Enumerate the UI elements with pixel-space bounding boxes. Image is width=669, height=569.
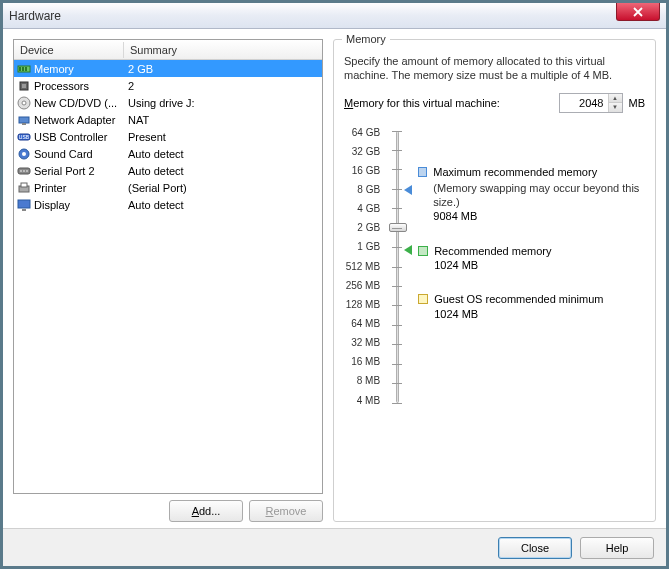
scale-tick-label: 16 GB — [344, 165, 380, 177]
display-icon — [16, 197, 32, 213]
memory-input[interactable] — [560, 97, 608, 109]
help-button[interactable]: Help — [580, 537, 654, 559]
scale-tick-label: 64 MB — [344, 318, 380, 330]
swatch-yellow-icon — [418, 294, 428, 304]
svg-point-15 — [20, 170, 22, 172]
table-row[interactable]: New CD/DVD (...Using drive J: — [14, 94, 322, 111]
scale-tick-label: 64 GB — [344, 127, 380, 139]
net-icon — [16, 112, 32, 128]
table-header: Device Summary — [14, 40, 322, 60]
memory-scale-area: 64 GB32 GB16 GB8 GB4 GB2 GB1 GB512 MB256… — [344, 127, 645, 407]
svg-rect-21 — [22, 209, 26, 211]
svg-rect-20 — [18, 200, 30, 208]
legend: Maximum recommended memory (Memory swapp… — [418, 127, 645, 407]
serial-icon — [16, 163, 32, 179]
table-row[interactable]: Sound CardAuto detect — [14, 145, 322, 162]
scale-track[interactable] — [390, 127, 408, 407]
memory-unit: MB — [629, 97, 646, 109]
table-row[interactable]: Printer(Serial Port) — [14, 179, 322, 196]
close-button[interactable]: Close — [498, 537, 572, 559]
window-title: Hardware — [9, 9, 61, 23]
dialog-footer: Close Help — [3, 528, 666, 566]
device-name: Display — [34, 199, 124, 211]
device-name: Memory — [34, 63, 124, 75]
table-row[interactable]: Network AdapterNAT — [14, 111, 322, 128]
scale-tick-label: 8 GB — [344, 184, 380, 196]
close-icon — [633, 7, 643, 17]
scale-tick-label: 256 MB — [344, 280, 380, 292]
panel-buttons: Add... Remove — [13, 500, 323, 522]
table-row[interactable]: Memory2 GB — [14, 60, 322, 77]
svg-point-16 — [23, 170, 25, 172]
svg-point-13 — [22, 152, 26, 156]
cpu-icon — [16, 78, 32, 94]
device-summary: Using drive J: — [124, 97, 195, 109]
memory-input-row: Memory for this virtual machine: ▲ ▼ MB — [344, 93, 645, 113]
scale-tick-label: 16 MB — [344, 356, 380, 368]
memory-icon — [16, 61, 32, 77]
device-name: Printer — [34, 182, 124, 194]
group-title: Memory — [342, 33, 390, 45]
device-summary: 2 — [124, 80, 134, 92]
content-area: Device Summary Memory2 GBProcessors2New … — [3, 29, 666, 528]
legend-max: Maximum recommended memory (Memory swapp… — [418, 165, 645, 224]
scale-tick-label: 32 GB — [344, 146, 380, 158]
table-body: Memory2 GBProcessors2New CD/DVD (...Usin… — [14, 60, 322, 213]
device-summary: (Serial Port) — [124, 182, 187, 194]
printer-icon — [16, 180, 32, 196]
svg-rect-2 — [22, 67, 24, 71]
scale-tick-label: 2 GB — [344, 222, 380, 234]
col-summary[interactable]: Summary — [124, 42, 322, 58]
table-row[interactable]: DisplayAuto detect — [14, 196, 322, 213]
swatch-green-icon — [418, 246, 428, 256]
device-name: Serial Port 2 — [34, 165, 124, 177]
max-marker-icon — [404, 185, 412, 195]
scale-labels: 64 GB32 GB16 GB8 GB4 GB2 GB1 GB512 MB256… — [344, 127, 380, 407]
device-summary: Auto detect — [124, 165, 184, 177]
device-name: Network Adapter — [34, 114, 124, 126]
table-row[interactable]: Processors2 — [14, 77, 322, 94]
svg-point-17 — [26, 170, 28, 172]
memory-label: Memory for this virtual machine: — [344, 97, 553, 109]
col-device[interactable]: Device — [14, 42, 124, 58]
spin-buttons: ▲ ▼ — [608, 94, 622, 112]
svg-text:USB: USB — [19, 134, 30, 140]
spin-down[interactable]: ▼ — [608, 103, 622, 112]
legend-rec: Recommended memory 1024 MB — [418, 244, 645, 273]
svg-rect-9 — [22, 123, 26, 125]
close-window-button[interactable] — [616, 3, 660, 21]
scale-tick-label: 128 MB — [344, 299, 380, 311]
device-name: New CD/DVD (... — [34, 97, 124, 109]
table-row[interactable]: USBUSB ControllerPresent — [14, 128, 322, 145]
svg-rect-8 — [19, 117, 29, 123]
device-table: Device Summary Memory2 GBProcessors2New … — [13, 39, 323, 494]
sound-icon — [16, 146, 32, 162]
svg-rect-5 — [22, 84, 26, 88]
device-summary: Present — [124, 131, 166, 143]
hardware-window: Hardware Device Summary Memory2 GBProces… — [2, 2, 667, 567]
device-summary: Auto detect — [124, 199, 184, 211]
device-name: Processors — [34, 80, 124, 92]
device-name: USB Controller — [34, 131, 124, 143]
legend-min: Guest OS recommended minimum 1024 MB — [418, 292, 645, 321]
usb-icon: USB — [16, 129, 32, 145]
device-summary: NAT — [124, 114, 149, 126]
rec-marker-icon — [404, 245, 412, 255]
svg-rect-1 — [19, 67, 21, 71]
scale-tick-label: 4 GB — [344, 203, 380, 215]
scale-tick-label: 1 GB — [344, 241, 380, 253]
svg-rect-3 — [25, 67, 27, 71]
spin-up[interactable]: ▲ — [608, 94, 622, 104]
swatch-blue-icon — [418, 167, 427, 177]
device-name: Sound Card — [34, 148, 124, 160]
scale-tick-label: 8 MB — [344, 375, 380, 387]
svg-rect-19 — [21, 183, 27, 187]
memory-group: Memory Specify the amount of memory allo… — [333, 39, 656, 522]
scale-tick-label: 4 MB — [344, 395, 380, 407]
table-row[interactable]: Serial Port 2Auto detect — [14, 162, 322, 179]
svg-point-7 — [22, 101, 26, 105]
add-button[interactable]: Add... — [169, 500, 243, 522]
device-summary: 2 GB — [124, 63, 153, 75]
memory-spinbox[interactable]: ▲ ▼ — [559, 93, 623, 113]
scale-tick-label: 512 MB — [344, 261, 380, 273]
